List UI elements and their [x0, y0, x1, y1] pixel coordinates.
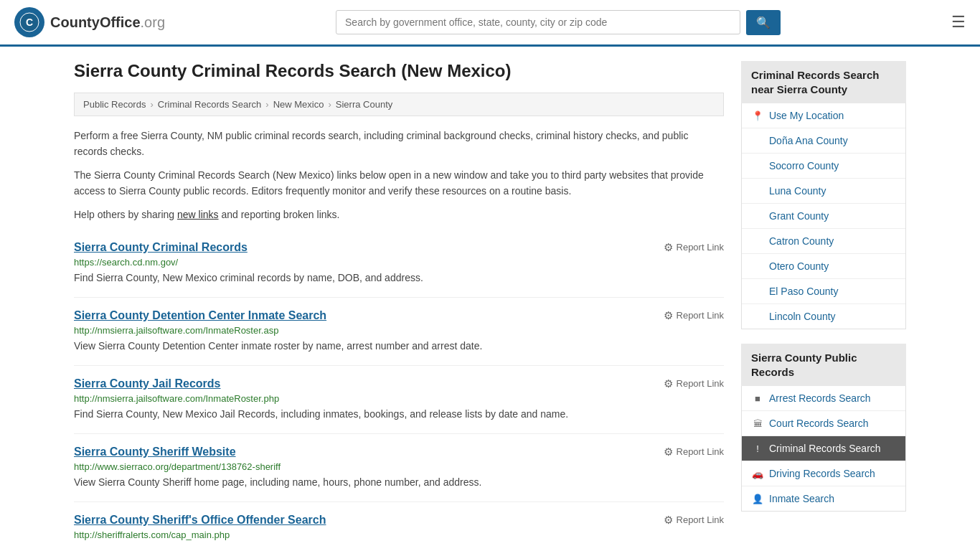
- nearby-label-5: Catron County: [769, 235, 834, 247]
- nearby-list-item: Socorro County: [742, 154, 905, 179]
- nearby-list-item: Lincoln County: [742, 304, 905, 329]
- nearby-link-0[interactable]: 📍Use My Location: [742, 103, 905, 128]
- result-url-0: https://search.cd.nm.gov/: [74, 257, 724, 268]
- nearby-link-5[interactable]: Catron County: [742, 229, 905, 253]
- search-input[interactable]: [336, 10, 740, 34]
- result-title-2[interactable]: Sierra County Jail Records: [74, 377, 221, 390]
- public-records-list-item: ■ Arrest Records Search: [742, 386, 905, 411]
- breadcrumb-sep-2: ›: [265, 99, 268, 110]
- breadcrumb-criminal-records[interactable]: Criminal Records Search: [158, 99, 262, 110]
- svg-text:C: C: [26, 17, 33, 28]
- pr-link-1[interactable]: 🏛 Court Records Search: [742, 411, 905, 435]
- result-url-1: http://nmsierra.jailsoftware.com/InmateR…: [74, 325, 724, 336]
- public-records-list-item: ! Criminal Records Search: [742, 436, 905, 461]
- result-item: Sierra County Jail Records ⚙ Report Link…: [74, 366, 724, 434]
- main-container: Sierra County Criminal Records Search (N…: [60, 47, 920, 551]
- logo-text: CountyOffice.org: [50, 14, 165, 31]
- nearby-label-1: Doña Ana County: [769, 135, 848, 146]
- result-item: Sierra County Sheriff Website ⚙ Report L…: [74, 434, 724, 502]
- nearby-link-3[interactable]: Luna County: [742, 179, 905, 203]
- nearby-link-4[interactable]: Grant County: [742, 204, 905, 228]
- report-link-1[interactable]: ⚙ Report Link: [664, 309, 724, 322]
- logo-icon: C: [14, 7, 44, 37]
- pr-icon-3: 🚗: [752, 468, 763, 479]
- nearby-icon-0: 📍: [752, 110, 763, 121]
- pr-icon-1: 🏛: [752, 418, 763, 429]
- breadcrumb-sep-1: ›: [150, 99, 153, 110]
- pr-label-3: Driving Records Search: [769, 468, 875, 479]
- pr-label-1: Court Records Search: [769, 418, 869, 429]
- result-url-2: http://nmsierra.jailsoftware.com/InmateR…: [74, 393, 724, 404]
- breadcrumb: Public Records › Criminal Records Search…: [74, 93, 724, 116]
- result-url-4: http://sheriffralerts.com/cap_main.php: [74, 529, 724, 540]
- report-link-0[interactable]: ⚙ Report Link: [664, 241, 724, 254]
- report-icon-0: ⚙: [664, 241, 673, 254]
- pr-link-4[interactable]: 👤 Inmate Search: [742, 486, 905, 511]
- result-item: Sierra County Sheriff's Office Offender …: [74, 502, 724, 551]
- logo-area: C CountyOffice.org: [14, 7, 165, 37]
- result-desc-3: View Sierra County Sheriff home page, in…: [74, 475, 724, 490]
- result-title-3[interactable]: Sierra County Sheriff Website: [74, 446, 236, 458]
- description-para3: Help others by sharing new links and rep…: [74, 207, 724, 222]
- report-link-2[interactable]: ⚙ Report Link: [664, 377, 724, 390]
- result-item: Sierra County Criminal Records ⚙ Report …: [74, 230, 724, 298]
- result-title-0[interactable]: Sierra County Criminal Records: [74, 241, 248, 254]
- site-header: C CountyOffice.org 🔍 ☰: [0, 0, 980, 47]
- search-icon: 🔍: [756, 17, 771, 29]
- public-records-section-title: Sierra County Public Records: [741, 344, 906, 386]
- public-records-list-item: 🚗 Driving Records Search: [742, 461, 905, 486]
- nearby-list-item: Doña Ana County: [742, 128, 905, 154]
- new-links-link[interactable]: new links: [177, 209, 219, 220]
- breadcrumb-public-records[interactable]: Public Records: [83, 99, 146, 110]
- search-button[interactable]: 🔍: [746, 10, 781, 35]
- page-title: Sierra County Criminal Records Search (N…: [74, 61, 724, 81]
- nearby-label-2: Socorro County: [769, 160, 839, 171]
- pr-label-4: Inmate Search: [769, 493, 834, 504]
- nearby-label-3: Luna County: [769, 185, 826, 197]
- report-icon-3: ⚙: [664, 446, 673, 458]
- nearby-link-8[interactable]: Lincoln County: [742, 304, 905, 329]
- pr-link-0[interactable]: ■ Arrest Records Search: [742, 386, 905, 410]
- result-url-3: http://www.sierraco.org/department/13876…: [74, 461, 724, 472]
- report-icon-4: ⚙: [664, 514, 673, 527]
- nearby-link-7[interactable]: El Paso County: [742, 279, 905, 303]
- description-para1: Perform a free Sierra County, NM public …: [74, 128, 724, 160]
- result-title-4[interactable]: Sierra County Sheriff's Office Offender …: [74, 514, 326, 527]
- public-records-list-item: 🏛 Court Records Search: [742, 411, 905, 436]
- nearby-link-2[interactable]: Socorro County: [742, 154, 905, 178]
- search-area: 🔍: [336, 10, 781, 35]
- nearby-list-item: Grant County: [742, 204, 905, 229]
- nearby-label-8: Lincoln County: [769, 311, 836, 322]
- nearby-list-item: El Paso County: [742, 279, 905, 304]
- result-title-1[interactable]: Sierra County Detention Center Inmate Se…: [74, 309, 326, 322]
- nearby-list-item: 📍Use My Location: [742, 103, 905, 128]
- pr-link-3[interactable]: 🚗 Driving Records Search: [742, 461, 905, 486]
- report-link-4[interactable]: ⚙ Report Link: [664, 514, 724, 527]
- nearby-link-6[interactable]: Otero County: [742, 254, 905, 278]
- nearby-list-item: Otero County: [742, 254, 905, 279]
- nearby-link-1[interactable]: Doña Ana County: [742, 128, 905, 153]
- hamburger-icon: ☰: [951, 13, 966, 31]
- menu-button[interactable]: ☰: [951, 14, 966, 30]
- nearby-label-7: El Paso County: [769, 286, 839, 297]
- content-area: Sierra County Criminal Records Search (N…: [74, 61, 724, 551]
- breadcrumb-sep-3: ›: [328, 99, 331, 110]
- nearby-list-item: Luna County: [742, 179, 905, 204]
- nearby-section-title: Criminal Records Search near Sierra Coun…: [741, 61, 906, 103]
- breadcrumb-new-mexico[interactable]: New Mexico: [273, 99, 324, 110]
- result-item: Sierra County Detention Center Inmate Se…: [74, 298, 724, 366]
- results-list: Sierra County Criminal Records ⚙ Report …: [74, 230, 724, 551]
- public-records-list: ■ Arrest Records Search 🏛 Court Records …: [741, 386, 906, 512]
- pr-link-2[interactable]: ! Criminal Records Search: [742, 436, 905, 461]
- pr-label-2: Criminal Records Search: [769, 443, 881, 454]
- result-desc-2: Find Sierra County, New Mexico Jail Reco…: [74, 407, 724, 422]
- pr-icon-4: 👤: [752, 494, 763, 504]
- report-link-3[interactable]: ⚙ Report Link: [664, 446, 724, 458]
- nearby-list: 📍Use My LocationDoña Ana CountySocorro C…: [741, 103, 906, 329]
- description-para2: The Sierra County Criminal Records Searc…: [74, 167, 724, 199]
- public-records-list-item: 👤 Inmate Search: [742, 486, 905, 511]
- nearby-label-4: Grant County: [769, 210, 829, 222]
- nearby-list-item: Catron County: [742, 229, 905, 254]
- breadcrumb-sierra-county[interactable]: Sierra County: [336, 99, 392, 110]
- nearby-label-0: Use My Location: [769, 110, 844, 121]
